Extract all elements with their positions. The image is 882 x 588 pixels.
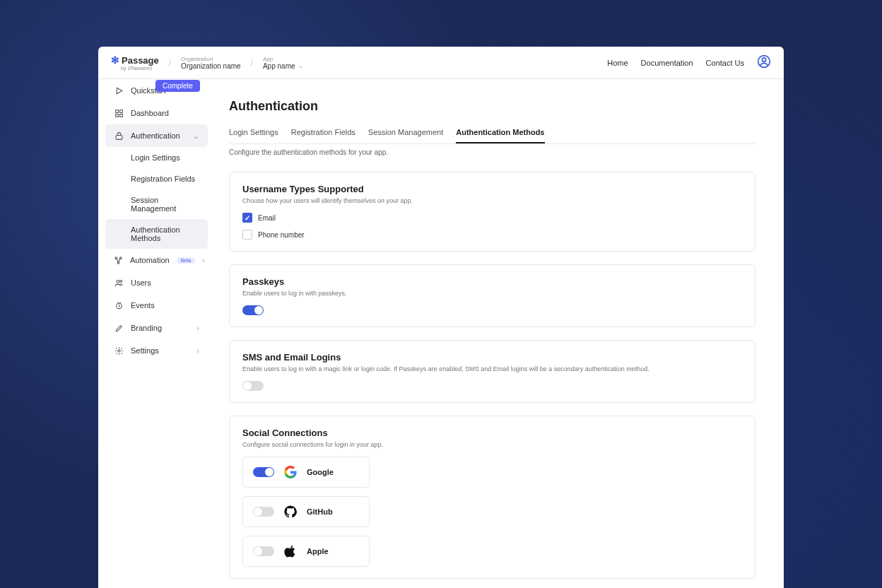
sidebar-sub-login-settings[interactable]: Login Settings [105,147,208,168]
sidebar-item-automation[interactable]: Automation Beta › [105,249,208,271]
gear-icon [114,346,124,355]
social-label-google: Google [307,468,334,476]
check-row-phone: Phone number [242,230,742,240]
svg-marker-2 [117,88,122,94]
lock-icon [114,131,124,141]
card-sms-email: SMS and Email Logins Enable users to log… [229,340,755,403]
sidebar-label: Events [131,301,155,310]
card-desc: Choose how your users will identify them… [242,197,742,204]
sidebar-item-events[interactable]: Events [105,294,208,317]
brand-subtitle: by 1Password [121,66,159,71]
card-social: Social Connections Configure social conn… [229,416,755,579]
sidebar-label: Settings [131,346,159,355]
chevron-right-icon: › [202,256,205,264]
sidebar-sub-registration-fields[interactable]: Registration Fields [105,168,208,189]
brand-name: Passage [122,55,159,66]
avatar-icon[interactable] [757,54,771,71]
sidebar-item-branding[interactable]: Branding › [105,317,208,339]
sidebar-subitems-auth: Login Settings Registration Fields Sessi… [105,147,208,249]
card-title: Username Types Supported [242,184,742,194]
toggle-apple[interactable] [253,546,274,556]
topbar: ✻ Passage by 1Password / Organization Or… [98,47,784,79]
apple-icon [284,545,297,558]
social-row-apple[interactable]: Apple [242,536,370,567]
sidebar-label: Branding [131,324,162,332]
nav-contact[interactable]: Contact Us [706,59,744,67]
svg-point-12 [119,280,122,282]
status-badge-complete: Complete [155,80,200,92]
app-value: App name [263,62,295,70]
tab-authentication-methods[interactable]: Authentication Methods [456,128,544,143]
logo[interactable]: ✻ Passage by 1Password [111,54,159,71]
social-row-google[interactable]: Google [242,457,370,488]
breadcrumb-separator: / [169,58,171,68]
toggle-sms-email[interactable] [242,381,264,391]
chevron-right-icon: › [196,346,199,355]
page-title: Authentication [229,99,755,114]
sidebar-item-users[interactable]: Users [105,271,208,294]
tab-description: Configure the authentication methods for… [229,148,755,156]
tabs: Login Settings Registration Fields Sessi… [229,128,755,144]
chevron-down-icon: ⌄ [193,131,199,141]
card-desc: Enable users to log in with a magic link… [242,365,742,372]
checkbox-email[interactable] [242,213,252,223]
svg-rect-5 [115,114,118,117]
card-desc: Configure social connections for login i… [242,441,742,448]
sidebar-item-dashboard[interactable]: Dashboard [105,102,208,124]
app-label: App [263,56,303,62]
svg-rect-7 [116,135,122,139]
social-row-github[interactable]: GitHub [242,496,370,527]
breadcrumb-separator: / [251,58,253,68]
app-body: Quickstart Dashboard Authentication ⌄ Lo… [98,79,784,588]
social-label-github: GitHub [307,507,333,516]
sidebar-label: Automation [130,256,170,264]
github-icon [284,505,297,518]
topbar-right: Home Documentation Contact Us [607,54,771,71]
check-row-email: Email [242,213,742,223]
nav-home[interactable]: Home [607,59,628,67]
sidebar-label: Authentication [131,131,180,140]
grid-icon [114,108,124,118]
svg-rect-3 [115,110,118,112]
breadcrumb-org[interactable]: Organization Organization name [181,56,241,70]
main-content: Authentication Login Settings Registrati… [215,79,784,588]
sidebar-sub-session-management[interactable]: Session Management [105,189,208,219]
sidebar-item-authentication[interactable]: Authentication ⌄ [105,124,208,147]
org-value: Organization name [181,62,241,70]
clock-icon [114,300,124,310]
card-desc: Enable users to log in with passkeys. [242,290,742,297]
toggle-passkeys[interactable] [242,305,264,315]
chevron-right-icon: › [196,324,199,332]
nav-docs[interactable]: Documentation [641,59,693,67]
app-window: ✻ Passage by 1Password / Organization Or… [98,47,784,588]
tab-registration-fields[interactable]: Registration Fields [291,128,355,143]
sidebar-item-settings[interactable]: Settings › [105,339,208,362]
breadcrumb-app[interactable]: App App name ⌄ [263,56,303,70]
org-label: Organization [181,56,241,62]
tab-session-management[interactable]: Session Management [368,128,443,143]
social-label-apple: Apple [307,547,329,555]
card-passkeys: Passkeys Enable users to log in with pas… [229,264,755,327]
card-title: SMS and Email Logins [242,352,742,363]
sidebar-label: Dashboard [131,109,169,117]
check-label-phone: Phone number [258,231,305,239]
svg-point-11 [116,280,119,283]
tab-login-settings[interactable]: Login Settings [229,128,278,143]
svg-rect-6 [119,114,122,117]
play-icon [114,86,124,95]
checkbox-phone[interactable] [242,230,252,240]
topbar-left: ✻ Passage by 1Password / Organization Or… [111,54,303,71]
svg-point-14 [117,349,119,351]
check-label-email: Email [258,214,276,222]
users-icon [114,278,124,288]
brush-icon [114,323,124,333]
toggle-google[interactable] [253,467,274,477]
card-title: Social Connections [242,428,742,438]
chevron-down-icon: ⌄ [298,63,303,69]
sidebar-label: Users [131,278,151,287]
card-title: Passkeys [242,276,742,287]
svg-point-1 [762,57,765,61]
toggle-github[interactable] [253,507,274,517]
sidebar-sub-authentication-methods[interactable]: Authentication Methods [105,219,208,249]
automation-icon [114,255,123,265]
